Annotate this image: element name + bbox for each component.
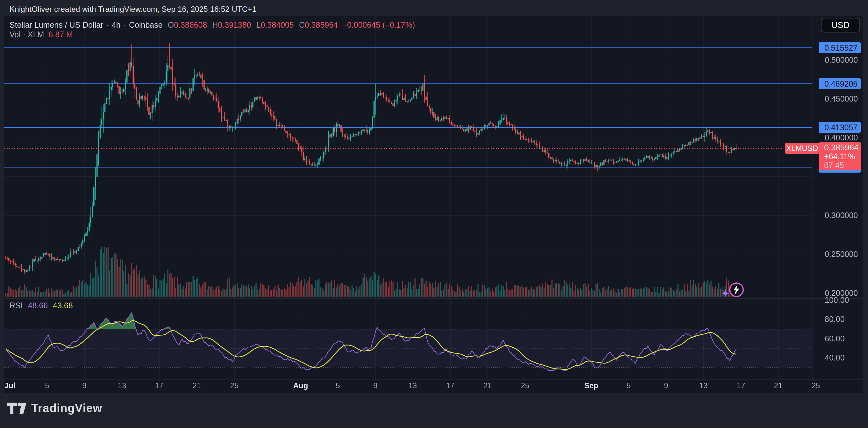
last-price-value: 0.385964: [824, 143, 861, 152]
tradingview-logo-text: TradingView: [31, 402, 102, 415]
price-tick-label: 0.300000: [825, 211, 858, 220]
time-tick-day: 25: [812, 381, 820, 390]
time-tick-day: 21: [193, 381, 201, 390]
price-tick-label: 0.400000: [825, 133, 858, 142]
time-tick-day: 21: [483, 381, 492, 390]
volume-value: 6.87 M: [49, 30, 72, 39]
time-tick-day: 5: [336, 381, 340, 390]
time-tick-day: 25: [521, 381, 529, 390]
time-tick-day: 5: [45, 381, 49, 390]
close-label: C: [299, 20, 305, 30]
chart-canvas[interactable]: [4, 16, 863, 393]
currency-toggle-button[interactable]: USD: [821, 18, 860, 32]
rsi-label: RSI: [9, 301, 23, 310]
close-value: 0.385964: [305, 20, 338, 30]
time-tick-month: Aug: [293, 381, 308, 390]
footer: TradingView: [0, 393, 868, 428]
price-tick-label: 0.250000: [825, 250, 858, 259]
separator-dot: ·: [121, 20, 129, 30]
rsi-tick-label: 60.00: [825, 334, 845, 343]
ticker-price-tag: XLMUSD: [785, 143, 819, 154]
time-axis[interactable]: Jul5913172125Aug5913172125Sep5913172125: [4, 379, 863, 393]
time-tick-day: 25: [230, 381, 239, 390]
sparkle-star-icon: ✦: [720, 287, 730, 300]
separator-dot: ·: [103, 20, 112, 30]
rsi-tick-label: 100.00: [825, 296, 849, 305]
high-value: 0.391380: [218, 20, 251, 30]
volume-legend[interactable]: Vol · XLM 6.87 M: [9, 30, 73, 39]
time-tick-day: 9: [664, 381, 668, 390]
bar-countdown: 07:45: [824, 161, 861, 170]
last-price-change: +64.11%: [824, 152, 861, 161]
low-value: 0.384005: [261, 20, 294, 30]
ai-sparkle-button[interactable]: ✦: [720, 282, 752, 301]
open-value: 0.386608: [174, 20, 207, 30]
rsi-tick-label: 80.00: [825, 315, 845, 324]
last-price-box: 0.385964 +64.11% 07:45: [819, 142, 861, 170]
time-tick-day: 5: [626, 381, 630, 390]
rsi-value: 48.66: [28, 301, 48, 310]
volume-label: Vol · XLM: [9, 30, 44, 39]
alert-price-label: 0.413057: [819, 122, 861, 133]
time-tick-day: 9: [82, 381, 86, 390]
lightning-circle-icon: [729, 282, 744, 297]
time-tick-day: 13: [408, 381, 417, 390]
rsi-tick-label: 40.00: [825, 353, 845, 362]
high-label: H: [212, 20, 218, 30]
rsi-ma-value: 43.68: [53, 301, 73, 310]
time-tick-day: 13: [118, 381, 126, 390]
time-tick-day: 17: [155, 381, 164, 390]
time-tick-day: 9: [373, 381, 377, 390]
alert-price-label: 0.469205: [819, 78, 861, 89]
time-tick-day: 13: [699, 381, 708, 390]
rsi-legend[interactable]: RSI 48.66 43.68: [9, 301, 73, 310]
exchange-label: Coinbase: [129, 20, 163, 30]
interval-label[interactable]: 4h: [112, 20, 121, 30]
price-tick-label: 0.450000: [825, 94, 858, 103]
tradingview-logo-icon: [7, 402, 27, 415]
open-label: O: [168, 20, 174, 30]
symbol-title[interactable]: Stellar Lumens / US Dollar: [9, 20, 103, 30]
symbol-legend[interactable]: Stellar Lumens / US Dollar · 4h · Coinba…: [9, 20, 415, 30]
chart-widget: Stellar Lumens / US Dollar · 4h · Coinba…: [4, 16, 863, 393]
time-tick-day: 17: [737, 381, 745, 390]
lightning-bolt-icon: [733, 285, 740, 295]
time-tick-day: 21: [774, 381, 783, 390]
change-value: −0.000645 (−0.17%): [342, 20, 415, 30]
time-tick-month: Sep: [584, 381, 598, 390]
time-tick-month: Jul: [4, 381, 16, 390]
attribution-note: KnightOliver created with TradingView.co…: [9, 5, 256, 14]
price-tick-label: 0.500000: [825, 55, 858, 65]
alert-price-label: 0.515527: [819, 42, 861, 53]
low-label: L: [256, 20, 261, 30]
time-tick-day: 17: [446, 381, 455, 390]
tradingview-logo[interactable]: TradingView: [7, 402, 102, 415]
